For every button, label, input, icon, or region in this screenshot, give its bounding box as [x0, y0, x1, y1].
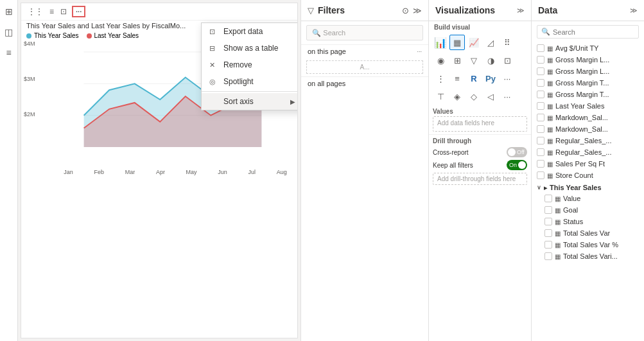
- viz-type-extra2[interactable]: ◁: [483, 89, 498, 104]
- data-expand-icon[interactable]: ≫: [630, 6, 638, 15]
- field-icon-avg-unit: ▦: [547, 45, 553, 52]
- field-store-count[interactable]: ▦ Store Count: [532, 170, 644, 181]
- values-label: Values: [433, 108, 527, 115]
- field-icon-reg-sal1: ▦: [547, 137, 553, 144]
- viz-type-area[interactable]: ◿: [483, 35, 498, 50]
- viz-type-extra[interactable]: ◇: [466, 89, 482, 104]
- field-checkbox-value[interactable]: [544, 195, 552, 202]
- legend-this-year: This Year Sales: [26, 32, 79, 39]
- field-total-var-pct[interactable]: ▦ Total Sales Var %: [532, 239, 644, 250]
- chart-move-icon[interactable]: ⋮⋮: [26, 6, 44, 17]
- filters-on-all[interactable]: on all pages: [301, 76, 428, 90]
- data-search-icon: 🔍: [541, 28, 550, 36]
- field-checkbox-sales-sqft[interactable]: [537, 160, 544, 168]
- filters-page-expand-icon: ···: [417, 48, 422, 55]
- field-name-value: Value: [563, 195, 639, 202]
- viz-type-map[interactable]: ◉: [433, 53, 448, 68]
- data-group-this-year[interactable]: ∨ ▸ This Year Sales: [532, 181, 644, 193]
- group-folder-icon: ▸: [544, 184, 547, 191]
- field-checkbox-reg-sal2[interactable]: [537, 148, 544, 156]
- field-checkbox-last-year[interactable]: [537, 102, 544, 110]
- field-status[interactable]: ▦ Status: [532, 216, 644, 227]
- ctx-export-data[interactable]: ⊡ Export data: [202, 23, 298, 40]
- viz-type-scatter[interactable]: ⠿: [500, 35, 515, 50]
- field-checkbox-reg-sal1[interactable]: [537, 137, 544, 144]
- field-sales-sqft[interactable]: ▦ Sales Per Sq Ft: [532, 158, 644, 170]
- field-checkbox-md-sal2[interactable]: [537, 125, 544, 133]
- viz-type-table[interactable]: 📊: [433, 35, 448, 50]
- field-total-vari[interactable]: ▦ Total Sales Vari...: [532, 250, 644, 262]
- filter-link-icon[interactable]: ⊙: [402, 6, 409, 15]
- viz-type-treemap[interactable]: ⊞: [449, 53, 465, 68]
- viz-type-ai[interactable]: ◈: [449, 89, 465, 104]
- sidebar-icon-grid[interactable]: ⊞: [3, 5, 15, 18]
- chart-filter-icon[interactable]: ≡: [48, 6, 55, 17]
- field-checkbox-goal[interactable]: [544, 206, 552, 214]
- data-search-box[interactable]: 🔍: [537, 25, 639, 39]
- ctx-remove[interactable]: ✕ Remove: [202, 57, 298, 73]
- viz-type-more2[interactable]: ···: [500, 89, 515, 104]
- field-checkbox-total-vari[interactable]: [544, 252, 552, 260]
- drill-add-box[interactable]: Add drill-through fields here: [433, 173, 527, 185]
- cross-report-toggle[interactable]: Off: [507, 147, 527, 157]
- viz-type-gauge[interactable]: ◑: [483, 53, 498, 68]
- viz-type-funnel[interactable]: ▽: [466, 53, 482, 68]
- viz-type-matrix[interactable]: ⋮: [433, 71, 448, 86]
- data-search-input[interactable]: [553, 28, 641, 36]
- ctx-separator: [202, 91, 298, 92]
- field-reg-sal1[interactable]: ▦ Regular_Sales_...: [532, 135, 644, 146]
- field-checkbox-gm-l2[interactable]: [537, 67, 544, 75]
- field-checkbox-total-var-pct[interactable]: [544, 241, 552, 249]
- viz-type-waterfall[interactable]: ≡: [449, 71, 465, 86]
- ctx-spotlight-label: Spotlight: [223, 77, 254, 86]
- viz-type-more[interactable]: ···: [500, 71, 515, 86]
- field-checkbox-store-count[interactable]: [537, 171, 544, 179]
- field-goal[interactable]: ▦ Goal: [532, 204, 644, 216]
- field-value[interactable]: ▦ Value: [532, 193, 644, 204]
- field-checkbox-gm-t2[interactable]: [537, 91, 544, 98]
- viz-type-decomp[interactable]: ⊤: [433, 89, 448, 104]
- viz-type-bar[interactable]: ▦: [449, 35, 465, 50]
- field-checkbox-gm-t1[interactable]: [537, 79, 544, 87]
- legend-dot-last-year: [87, 33, 92, 39]
- viz-expand-icon[interactable]: ≫: [517, 6, 525, 15]
- field-md-sal1[interactable]: ▦ Markdown_Sal...: [532, 112, 644, 123]
- x-label-mar: Mar: [125, 169, 135, 175]
- sidebar-icon-menu[interactable]: ≡: [3, 46, 15, 59]
- field-reg-sal2[interactable]: ▦ Regular_Sales_...: [532, 146, 644, 158]
- viz-type-python[interactable]: Py: [483, 71, 498, 86]
- field-last-year[interactable]: ▦ Last Year Sales: [532, 100, 644, 112]
- chart-focus-icon[interactable]: ⊡: [59, 6, 68, 17]
- filters-panel: ▽ Filters ⊙ ≫ 🔍 Search on this page ··· …: [300, 0, 429, 341]
- field-gm-l2[interactable]: ▦ Gross Margin L...: [532, 66, 644, 77]
- sidebar-icon-layout[interactable]: ◫: [3, 26, 15, 39]
- ctx-spotlight[interactable]: ◎ Spotlight: [202, 73, 298, 90]
- filter-expand-icon[interactable]: ≫: [413, 6, 422, 15]
- keep-filters-toggle[interactable]: On: [507, 160, 527, 170]
- field-checkbox-status[interactable]: [544, 218, 552, 225]
- ctx-sort-axis[interactable]: Sort axis ▶: [202, 93, 298, 110]
- field-checkbox-total-var[interactable]: [544, 229, 552, 237]
- search-icon: 🔍: [312, 29, 321, 37]
- field-icon-gm-t1: ▦: [547, 80, 553, 87]
- viz-type-card[interactable]: ⊡: [500, 53, 515, 68]
- field-md-sal2[interactable]: ▦ Markdown_Sal...: [532, 123, 644, 135]
- values-well: Values Add data fields here: [433, 108, 527, 132]
- field-gm-t2[interactable]: ▦ Gross Margin T...: [532, 89, 644, 100]
- field-name-reg-sal2: Regular_Sales_...: [555, 148, 639, 156]
- field-name-gm-l2: Gross Margin L...: [555, 67, 639, 75]
- field-checkbox-avg-unit[interactable]: [537, 44, 544, 52]
- filters-on-page[interactable]: on this page ···: [301, 44, 428, 58]
- values-box[interactable]: Add data fields here: [433, 116, 527, 132]
- field-gm-t1[interactable]: ▦ Gross Margin T...: [532, 77, 644, 89]
- field-icon-reg-sal2: ▦: [547, 149, 553, 156]
- field-checkbox-gm-l1[interactable]: [537, 56, 544, 64]
- field-checkbox-md-sal1[interactable]: [537, 114, 544, 121]
- field-gm-l1[interactable]: ▦ Gross Margin L...: [532, 54, 644, 66]
- viz-type-r[interactable]: R: [466, 71, 482, 86]
- ctx-show-table[interactable]: ⊟ Show as a table: [202, 40, 298, 57]
- chart-more-button[interactable]: ···: [72, 6, 85, 17]
- field-total-var[interactable]: ▦ Total Sales Var: [532, 227, 644, 239]
- viz-type-line[interactable]: 📈: [466, 35, 482, 50]
- field-avg-unit[interactable]: ▦ Avg $/Unit TY: [532, 42, 644, 54]
